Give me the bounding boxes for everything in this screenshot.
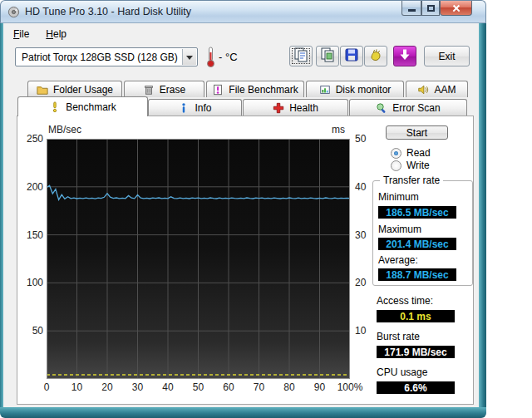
axis-tick-label: 0 [32, 381, 62, 393]
burst-rate-label: Burst rate [377, 331, 420, 342]
title-bar[interactable]: HD Tune Pro 3.10 - Hard Disk Utility [0, 0, 486, 23]
tab-health[interactable]: Health [243, 99, 348, 116]
axis-tick-label: 10 [62, 381, 92, 393]
benchmark-page: MB/sec ms 25020015010050 5040302010 0102… [17, 116, 474, 405]
tab-aam[interactable]: AAM [406, 81, 468, 97]
minimize-icon [408, 9, 416, 12]
tab-label: Info [195, 102, 211, 114]
copy-image-icon [319, 47, 336, 66]
close-button[interactable] [440, 1, 472, 16]
tab-label: File Benchmark [229, 84, 298, 96]
axis-tick-label: 60 [214, 381, 244, 393]
file-benchmark-icon [212, 84, 224, 96]
write-radio-label: Write [406, 160, 430, 171]
cpu-usage-value: 6.6% [377, 381, 455, 394]
axis-tick-label: 100% [335, 381, 365, 393]
start-button-label: Start [406, 127, 427, 139]
menu-file[interactable]: File [7, 26, 36, 42]
axis-tick-label: 10 [355, 325, 378, 337]
minimum-label: Minimum [378, 191, 419, 203]
hand-icon [367, 47, 384, 66]
tab-folder-usage[interactable]: Folder Usage [27, 81, 122, 97]
desktop-background: HD Tune Pro 3.10 - Hard Disk Utility Fil… [0, 0, 532, 418]
chevron-down-icon[interactable] [182, 49, 196, 65]
window-title: HD Tune Pro 3.10 - Hard Disk Utility [25, 6, 191, 17]
drive-select-value: Patriot Torqx 128GB SSD (128 GB) [22, 52, 182, 63]
speaker-icon [417, 84, 429, 96]
axis-tick-label: 250 [21, 133, 43, 145]
minimum-value: 186.5 MB/sec [378, 206, 456, 219]
axis-tick-label: 30 [123, 381, 153, 393]
tab-label: Benchmark [66, 101, 116, 113]
axis-tick-label: 200 [21, 181, 43, 193]
temperature-readout: - °C [219, 51, 238, 63]
axis-tick-label: 20 [92, 381, 122, 393]
axis-tick-label: 80 [274, 381, 304, 393]
bar-chart-icon [319, 84, 331, 96]
average-value: 188.7 MB/sec [378, 268, 456, 281]
benchmark-chart [47, 139, 350, 379]
tab-label: Disk monitor [336, 84, 392, 96]
close-icon [451, 3, 461, 13]
axis-tick-label: 100 [21, 277, 43, 288]
tab-label: Error Scan [392, 102, 440, 114]
axis-tick-label: 50 [184, 381, 214, 393]
left-axis-unit: MB/sec [48, 124, 81, 135]
burst-rate-value: 171.9 MB/sec [377, 346, 455, 358]
maximize-button[interactable] [421, 1, 440, 16]
exit-button[interactable]: Exit [424, 46, 470, 66]
tab-error-scan[interactable]: Error Scan [349, 99, 467, 116]
info-icon [178, 102, 190, 114]
tab-file-benchmark[interactable]: File Benchmark [206, 81, 304, 97]
update-button[interactable] [393, 46, 416, 66]
exit-button-label: Exit [438, 51, 455, 62]
down-arrow-icon [397, 47, 413, 66]
window-border-right [479, 23, 486, 407]
transfer-rate-group-title: Transfer rate [380, 175, 443, 186]
tab-benchmark[interactable]: Benchmark [17, 96, 148, 116]
add-favorite-button[interactable] [364, 46, 387, 66]
write-radio[interactable] [391, 160, 401, 171]
window-controls [401, 1, 472, 16]
cpu-usage-label: CPU usage [377, 366, 427, 378]
app-icon [7, 6, 20, 18]
tab-label: Health [289, 102, 318, 114]
client-area: File Help Patriot Torqx 128GB SSD (128 G… [3, 23, 479, 407]
magnifier-icon [376, 102, 387, 114]
folder-icon [37, 84, 48, 96]
thermometer-icon [205, 46, 216, 68]
tab-erase[interactable]: Erase [124, 81, 204, 97]
tab-label: Folder Usage [53, 84, 113, 96]
axis-tick-label: 50 [21, 325, 43, 337]
maximum-value: 201.4 MB/sec [378, 238, 456, 250]
tab-disk-monitor[interactable]: Disk monitor [306, 81, 404, 97]
maximum-label: Maximum [378, 224, 421, 235]
save-screenshot-button[interactable] [340, 46, 363, 66]
copy-text-icon [293, 47, 309, 66]
axis-tick-label: 90 [305, 381, 335, 393]
access-time-label: Access time: [377, 295, 433, 307]
tab-info[interactable]: Info [148, 99, 242, 116]
axis-tick-label: 40 [153, 381, 183, 393]
axis-tick-label: 50 [355, 133, 378, 145]
app-window: HD Tune Pro 3.10 - Hard Disk Utility Fil… [0, 0, 486, 418]
menu-bar: File Help [3, 23, 479, 45]
start-button[interactable]: Start [386, 125, 448, 140]
right-axis-unit: ms [332, 124, 345, 135]
trash-icon [143, 84, 155, 96]
drive-select[interactable]: Patriot Torqx 128GB SSD (128 GB) [15, 47, 198, 66]
window-border-bottom [0, 407, 486, 418]
floppy-disk-icon [343, 47, 360, 66]
copy-text-button[interactable] [289, 46, 313, 66]
axis-tick-label: 70 [244, 381, 274, 393]
minimize-button[interactable] [401, 1, 421, 16]
copy-screenshot-button[interactable] [316, 46, 339, 66]
exclamation-icon [49, 101, 61, 113]
read-radio-label: Read [406, 147, 431, 159]
read-radio[interactable] [391, 148, 401, 159]
menu-help[interactable]: Help [39, 26, 73, 42]
axis-tick-label: 150 [21, 229, 43, 241]
access-time-value: 0.1 ms [377, 310, 455, 322]
tab-label: AAM [434, 84, 456, 96]
health-cross-icon [273, 102, 284, 114]
